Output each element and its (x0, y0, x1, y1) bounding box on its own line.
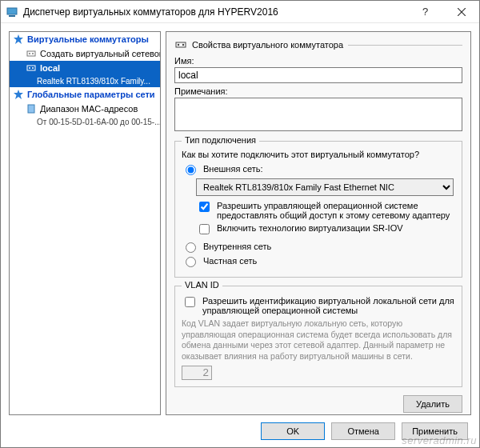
svg-point-8 (32, 53, 34, 54)
left-tree-pane: Виртуальные коммутаторы Создать виртуаль… (9, 31, 161, 415)
svg-point-10 (29, 67, 30, 69)
notes-textarea[interactable] (174, 98, 462, 131)
connection-type-group: Тип подключения Как вы хотите подключить… (174, 141, 462, 278)
vlan-description: Код VLAN задает виртуальную локальную се… (182, 318, 455, 362)
tree-item-mac-range-value: От 00-15-5D-01-6A-00 до 00-15-... (10, 116, 160, 128)
switch-props-icon (174, 38, 187, 51)
section-header: Свойства виртуального коммутатора (174, 38, 462, 51)
check-vlan-enable[interactable]: Разрешить идентификацию виртуальной лока… (182, 296, 455, 315)
apply-button[interactable]: Применить (402, 422, 468, 440)
vlan-title: VLAN ID (182, 280, 222, 290)
svg-rect-13 (28, 105, 34, 113)
svg-point-16 (182, 44, 184, 46)
mac-icon (26, 103, 37, 114)
divider (348, 45, 462, 46)
switch-icon (26, 48, 37, 59)
tree-item-new-switch[interactable]: Создать виртуальный сетевой к... (10, 46, 160, 61)
vlan-group: VLAN ID Разрешить идентификацию виртуаль… (174, 286, 462, 387)
tree-item-mac-range[interactable]: Диапазон MAC-адресов (10, 102, 160, 116)
radio-external[interactable]: Внешняя сеть: (182, 164, 455, 175)
svg-text:?: ? (422, 6, 428, 18)
name-input[interactable] (174, 67, 462, 83)
check-sriov[interactable]: Включить технологию виртуализации SR-IOV (196, 223, 455, 237)
delete-button[interactable]: Удалить (403, 395, 462, 413)
close-button[interactable] (444, 1, 479, 23)
window-frame: Диспетчер виртуальных коммутаторов для H… (0, 0, 480, 448)
svg-rect-1 (9, 15, 15, 17)
switch-selected-icon (26, 62, 37, 74)
tree-item-selected-switch[interactable]: local Realtek RTL8139/810x Family... (10, 61, 160, 87)
content-area: Виртуальные коммутаторы Создать виртуаль… (1, 23, 479, 415)
svg-point-7 (29, 53, 30, 54)
notes-label: Примечания: (174, 86, 462, 96)
nic-select[interactable]: Realtek RTL8139/810x Family Fast Etherne… (196, 178, 454, 196)
svg-rect-9 (27, 66, 35, 70)
svg-marker-12 (14, 90, 23, 99)
check-allow-mgmt[interactable]: Разрешить управляющей операционной систе… (196, 201, 455, 220)
svg-rect-0 (7, 8, 17, 14)
vlan-id-input (182, 366, 212, 380)
svg-marker-5 (14, 34, 23, 44)
tree-section-global[interactable]: Глобальные параметры сети (10, 87, 160, 102)
cancel-button[interactable]: Отмена (331, 422, 395, 440)
svg-point-15 (178, 44, 179, 46)
svg-rect-6 (27, 51, 35, 56)
dialog-footer: OK Отмена Применить (1, 415, 479, 447)
right-properties-pane: Свойства виртуального коммутатора Имя: П… (166, 31, 471, 415)
star-icon (13, 89, 24, 100)
svg-point-11 (32, 67, 34, 69)
connection-type-title: Тип подключения (182, 135, 259, 145)
titlebar: Диспетчер виртуальных коммутаторов для H… (1, 1, 479, 23)
radio-internal[interactable]: Внутренняя сеть (182, 242, 455, 253)
star-icon (13, 34, 24, 45)
ok-button[interactable]: OK (261, 422, 325, 440)
app-icon (6, 6, 18, 18)
name-label: Имя: (174, 56, 462, 66)
tree-section-virtual-switches[interactable]: Виртуальные коммутаторы (10, 32, 160, 46)
connection-question: Как вы хотите подключить этот виртуальны… (182, 150, 455, 159)
window-title: Диспетчер виртуальных коммутаторов для H… (23, 6, 409, 18)
radio-private[interactable]: Частная сеть (182, 256, 455, 267)
help-button[interactable]: ? (409, 1, 444, 23)
